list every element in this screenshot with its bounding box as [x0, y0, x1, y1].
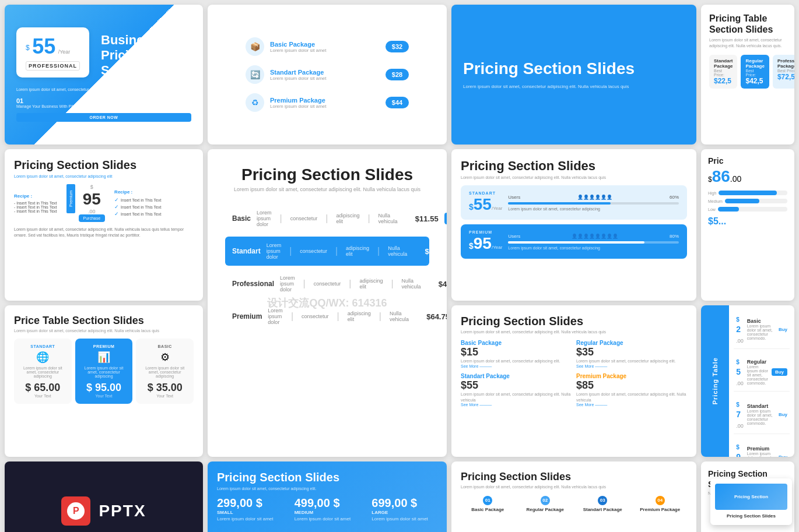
item-text: Insert Text in This Text — [121, 198, 161, 202]
pricing-item: Regular Package $35 Lorem ipsum dolor si… — [576, 340, 687, 368]
bar — [725, 199, 759, 203]
price: $11.55 — [404, 214, 439, 223]
feat1-num: 01 — [16, 97, 85, 104]
pricing-table-label: Pricing Table — [712, 357, 719, 404]
basic-card: BASIC ⚙ Lorem ipsum dolor sit amet, cons… — [136, 339, 194, 404]
order-button[interactable]: ORDER NOW — [16, 113, 191, 122]
slide-10-pricing-grid: Pricing Section Slides Lorem ipsum dolor… — [451, 305, 696, 457]
divider: | — [291, 311, 293, 322]
price-sup: $ — [736, 401, 740, 408]
size-label: LARGE — [372, 510, 437, 515]
table-row: Basic Lorem ipsum dolor | consectetur | … — [225, 204, 429, 233]
slide-subtitle: Lorem ipsum dolor sit amet, consectetur … — [14, 174, 194, 178]
divider: | — [337, 311, 339, 322]
cell: Nulla vehicula — [379, 213, 398, 224]
size-desc: Lorem ipsum dolor sit amet — [372, 516, 437, 522]
slide-11-pricing-table-blue: Pricing Table $ 2 .00 Basic Lorem ipsum … — [701, 305, 794, 457]
pricing-item: Basic Package $15 Lorem ipsum dolor sit … — [461, 340, 572, 368]
slide-desc: Lorem ipsum dolor sit amet, consectetur … — [709, 37, 786, 49]
pptx-label: PPTX — [99, 502, 146, 520]
row-desc: Lorem ipsum dolor sit amet, consectetur … — [747, 452, 775, 457]
pkg-price: $72,5 — [777, 73, 794, 81]
buy-button[interactable]: Buy — [772, 368, 787, 376]
package-name: Basic Package — [461, 507, 515, 512]
slide-title: Pric — [708, 156, 787, 165]
buy-link[interactable]: Buy — [779, 327, 787, 332]
plan-label: BASIC — [142, 344, 188, 348]
package-item: 02 Regular Package — [518, 494, 573, 512]
plan-label: STANDART — [469, 191, 502, 195]
size-desc: Lorem ipsum dolor sit amet — [295, 516, 360, 522]
list-item: 🔄 Standart Package Lorem ipsum dolor sit… — [246, 65, 409, 84]
price-dec: .00 — [736, 338, 744, 344]
plan-label: PROFESSIONAL — [26, 61, 80, 71]
price-tag: Your Text — [20, 394, 66, 398]
pricing-column: 299,00 $ SMALL Lorem ipsum dolor sit ame… — [217, 496, 283, 522]
cell: consectetur — [290, 216, 318, 221]
buy-link[interactable]: Buy — [779, 455, 787, 457]
pricing-column: 499,00 $ MEDIUM Lorem ipsum dolor sit am… — [295, 496, 360, 522]
plan-icon: 📊 — [81, 351, 127, 364]
table-row: $ 9 .00 Premium Lorem ipsum dolor sit am… — [734, 438, 790, 457]
package-num: 04 — [656, 496, 665, 505]
package-num: 03 — [598, 496, 607, 505]
row-name: Basic — [747, 318, 775, 324]
feat2-label: Set the Goals with Our Planning — [90, 104, 149, 108]
plan-label: STANDART — [20, 344, 66, 348]
users-label: Users — [508, 195, 520, 200]
slide-desc: Lorem ipsum dolor sit amet, consectetur … — [16, 87, 191, 93]
powerpoint-logo: P — [67, 502, 85, 520]
cell: Lorem ipsum dolor — [257, 210, 272, 227]
slide-1-business-pricing: $ 55 /Year PROFESSIONAL Business Pricing… — [5, 5, 203, 145]
package-icon: 🔄 — [246, 65, 264, 84]
cell: consectetur — [314, 281, 341, 287]
price-sup: $ — [708, 175, 712, 184]
slide-subtitle: Lorem ipsum dolor sit amet, consectetur … — [14, 329, 194, 333]
insert-text: - Insert Text in This Text — [14, 209, 57, 213]
item-price: $55 — [461, 379, 572, 392]
cell: Nulla vehicula — [402, 278, 421, 290]
price-main: 55 — [32, 34, 55, 58]
row-name: Standart — [747, 403, 775, 409]
progress-bar — [508, 202, 611, 205]
item-link: See More ——— — [576, 403, 687, 407]
item-text: Insert Text in This Text — [121, 212, 161, 216]
buy-link[interactable]: Buy — [779, 412, 787, 417]
divider: | — [289, 246, 292, 256]
users-icons: 👤👤👤👤👤👤 — [577, 195, 612, 200]
recipe-label: Recipe : — [14, 193, 57, 199]
item-name: Premium Package — [576, 373, 687, 379]
slide-4-pricing-table: Pricing Table Section Slides Lorem ipsum… — [701, 5, 794, 145]
premium-card: PREMIUM 📊 Lorem ipsum dolor sit amet, co… — [75, 339, 133, 404]
pkg-best: Best Price: — [714, 69, 733, 77]
price-sup: $ — [736, 359, 740, 365]
plan-price: $ 65.00 — [20, 382, 66, 394]
row-name: Premium — [747, 446, 775, 452]
package-price: $28 — [386, 69, 409, 80]
price-sup: $ — [469, 241, 474, 251]
plan-desc: Lorem ipsum dolor sit amet, consectetur … — [142, 366, 188, 378]
divider: | — [325, 213, 328, 224]
slide-5-recipe-pricing: Pricing Section Slides Lorem ipsum dolor… — [5, 149, 203, 301]
divider: | — [349, 279, 351, 289]
slide-title: Pricing Section Slides — [14, 158, 194, 172]
item-price: $35 — [576, 346, 687, 358]
package-num: 02 — [541, 496, 550, 505]
price-sup: $ — [26, 44, 30, 52]
cell: Lorem ipsum dolor — [280, 275, 295, 293]
price-tag: Your Text — [142, 394, 188, 398]
item-link: See More ——— — [461, 364, 572, 368]
buy-button[interactable]: Purchase — [79, 214, 106, 222]
premium-badge: Premium — [66, 184, 75, 213]
price: $64.75 — [415, 312, 447, 321]
item-desc: Lorem ipsum dolor sit amet, consectetur … — [461, 392, 572, 403]
slide-7-standart-premium: Pricing Section Slides Lorem ipsum dolor… — [451, 149, 696, 301]
thumbnail-card: Pricing Section Pricing Section Slides — [710, 478, 792, 525]
pricing-item: Premium Package $85 Lorem ipsum dolor si… — [576, 373, 687, 407]
slide-title: Pricing Section Slides — [217, 471, 437, 484]
plan-icon: ⚙ — [142, 351, 188, 364]
buy-button[interactable]: Buy — [444, 213, 447, 224]
price-dec: .00 — [88, 209, 96, 214]
cell: consectetur — [302, 313, 329, 319]
recipe-label2: Recipe : — [114, 189, 161, 195]
